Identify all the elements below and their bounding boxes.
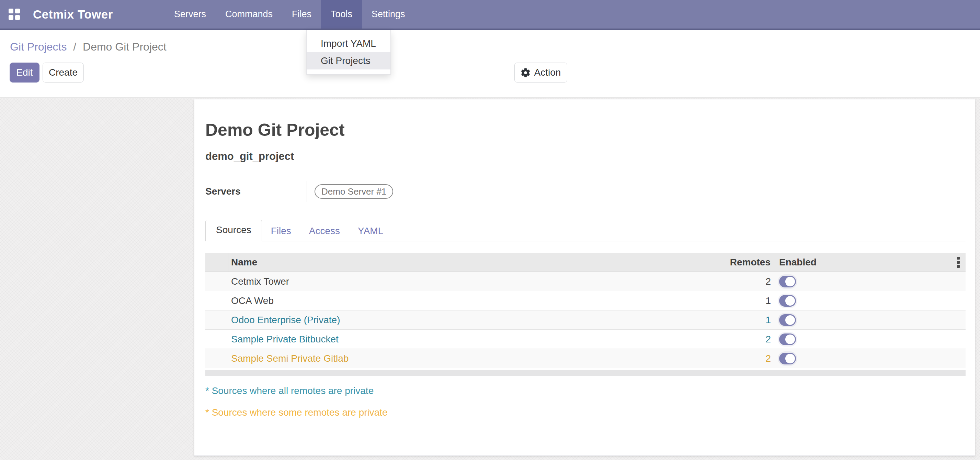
breadcrumb-current: Demo Git Project — [83, 41, 167, 53]
tab-yaml[interactable]: YAML — [349, 221, 392, 241]
sources-legend: * Sources where all remotes are private … — [205, 385, 966, 418]
content-area: Demo Git Project demo_git_project Server… — [0, 97, 980, 460]
servers-field-row: Servers Demo Server #1 — [205, 181, 966, 202]
table-header-row: Name Remotes Enabled — [205, 253, 966, 272]
header-cell-remotes[interactable]: Remotes — [612, 253, 774, 272]
source-name[interactable]: Sample Private Bitbucket — [228, 330, 612, 348]
record-title: Demo Git Project — [205, 121, 966, 139]
action-button[interactable]: Action — [514, 62, 567, 83]
form-sheet: Demo Git Project demo_git_project Server… — [194, 99, 975, 456]
action-button-label: Action — [534, 67, 561, 78]
source-remotes-count: 2 — [612, 330, 774, 348]
header-cell-handle — [205, 253, 228, 272]
legend-all-private[interactable]: * Sources where all remotes are private — [205, 385, 966, 396]
source-name[interactable]: Sample Semi Private Gitlab — [228, 349, 612, 368]
enabled-toggle[interactable] — [779, 353, 796, 364]
legend-some-private[interactable]: * Sources where some remotes are private — [205, 407, 966, 418]
breadcrumb-separator: / — [73, 41, 76, 53]
tab-access[interactable]: Access — [300, 221, 349, 241]
source-name[interactable]: OCA Web — [228, 291, 612, 310]
table-row[interactable]: Cetmix Tower 2 — [205, 272, 966, 291]
record-reference: demo_git_project — [205, 151, 966, 162]
main-menu: Servers Commands Files Tools Settings — [164, 0, 415, 29]
menu-item-files[interactable]: Files — [282, 0, 321, 29]
enabled-toggle[interactable] — [779, 295, 796, 307]
create-button[interactable]: Create — [43, 62, 84, 83]
tab-sources[interactable]: Sources — [205, 220, 262, 241]
sources-table: Name Remotes Enabled Cetmix Tower 2 — [205, 253, 966, 376]
edit-button[interactable]: Edit — [10, 62, 40, 83]
tools-dropdown-menu: Import YAML Git Projects — [306, 30, 391, 75]
gear-icon — [521, 68, 530, 77]
source-remotes-count: 1 — [612, 310, 774, 329]
source-name[interactable]: Odoo Enterprise (Private) — [228, 310, 612, 329]
enabled-toggle[interactable] — [779, 334, 796, 345]
servers-field-value: Demo Server #1 — [307, 181, 393, 202]
source-name[interactable]: Cetmix Tower — [228, 272, 612, 291]
app-brand-title: Cetmix Tower — [33, 8, 113, 21]
table-footer-strip — [205, 370, 966, 376]
apps-grid-icon[interactable] — [9, 9, 20, 20]
servers-field-label: Servers — [205, 186, 307, 197]
table-row[interactable]: Odoo Enterprise (Private) 1 — [205, 310, 966, 330]
top-navbar: Cetmix Tower Servers Commands Files Tool… — [0, 0, 980, 30]
breadcrumb: Git Projects / Demo Git Project — [10, 41, 167, 53]
table-body: Cetmix Tower 2 OCA Web 1 Odoo — [205, 272, 966, 368]
table-row[interactable]: Sample Private Bitbucket 2 — [205, 330, 966, 349]
column-options-icon[interactable] — [957, 257, 960, 268]
source-remotes-count: 2 — [612, 272, 774, 291]
server-tag[interactable]: Demo Server #1 — [315, 184, 393, 199]
table-row[interactable]: OCA Web 1 — [205, 291, 966, 310]
table-row[interactable]: Sample Semi Private Gitlab 2 — [205, 349, 966, 368]
menu-item-settings[interactable]: Settings — [362, 0, 415, 29]
source-remotes-count: 2 — [612, 349, 774, 368]
menu-item-tools[interactable]: Tools — [321, 0, 362, 29]
form-buttons: Edit Create — [10, 62, 84, 83]
header-cell-options — [951, 253, 966, 272]
header-cell-name[interactable]: Name — [228, 253, 612, 272]
dropdown-item-git-projects[interactable]: Git Projects — [307, 52, 390, 69]
enabled-toggle[interactable] — [779, 276, 796, 288]
tab-files[interactable]: Files — [262, 221, 300, 241]
breadcrumb-parent-link[interactable]: Git Projects — [10, 41, 67, 53]
enabled-toggle[interactable] — [779, 314, 796, 326]
header-cell-enabled[interactable]: Enabled — [774, 257, 951, 268]
menu-item-commands[interactable]: Commands — [216, 0, 282, 29]
control-panel: Git Projects / Demo Git Project Edit Cre… — [0, 30, 980, 97]
menu-item-servers[interactable]: Servers — [164, 0, 216, 29]
dropdown-item-import-yaml[interactable]: Import YAML — [307, 35, 390, 52]
notebook-tabs: Sources Files Access YAML — [205, 220, 966, 241]
source-remotes-count: 1 — [612, 291, 774, 310]
app-window: Cetmix Tower Servers Commands Files Tool… — [0, 0, 980, 460]
